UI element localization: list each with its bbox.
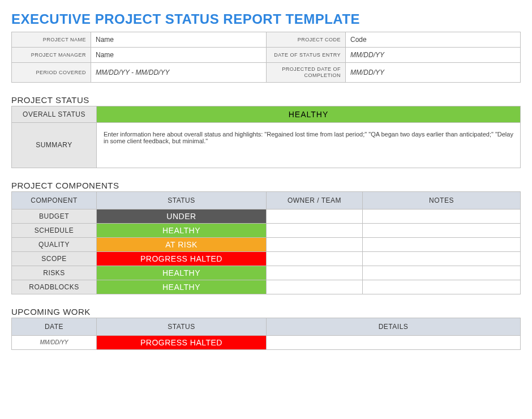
page-title: EXECUTIVE PROJECT STATUS REPORT TEMPLATE [11,11,521,27]
component-status[interactable]: UNDER [97,209,267,223]
component-status[interactable]: HEALTHY [97,280,267,294]
upcoming-details[interactable] [267,335,521,349]
project-status-heading: PROJECT STATUS [11,95,521,105]
project-status-table: OVERALL STATUS HEALTHY SUMMARY Enter inf… [11,106,521,168]
component-status[interactable]: HEALTHY [97,266,267,280]
upcoming-date[interactable]: MM/DD/YY [12,335,97,349]
project-components-heading: PROJECT COMPONENTS [11,181,521,190]
component-notes[interactable] [363,237,521,251]
project-meta-table: PROJECT NAME Name PROJECT CODE Code PROJ… [11,32,521,83]
project-name-label: PROJECT NAME [12,32,91,48]
period-covered-label: PERIOD COVERED [12,63,91,83]
project-manager-value[interactable]: Name [91,48,267,63]
table-row: BUDGETUNDER [12,209,521,223]
component-owner[interactable] [267,280,363,294]
col-status: STATUS [97,191,267,209]
project-code-label: PROJECT CODE [267,32,346,48]
table-row: RISKSHEALTHY [12,266,521,280]
table-row: SCHEDULEHEALTHY [12,223,521,237]
project-code-value[interactable]: Code [346,32,521,48]
table-row: MM/DD/YYPROGRESS HALTED [12,335,521,349]
overall-status-value[interactable]: HEALTHY [97,106,521,122]
col-date: DATE [12,318,97,335]
component-status[interactable]: PROGRESS HALTED [97,251,267,266]
summary-value[interactable]: Enter information here about overall sta… [97,122,521,168]
component-notes[interactable] [363,223,521,237]
projected-completion-label: PROJECTED DATE OF COMPLETION [267,63,346,83]
component-name: SCHEDULE [12,223,97,237]
component-name: RISKS [12,266,97,280]
period-covered-value[interactable]: MM/DD/YY - MM/DD/YY [91,63,267,83]
upcoming-work-table: DATE STATUS DETAILS MM/DD/YYPROGRESS HAL… [11,318,521,350]
project-name-value[interactable]: Name [91,32,267,48]
component-owner[interactable] [267,223,363,237]
component-notes[interactable] [363,266,521,280]
col-upcoming-status: STATUS [97,318,267,335]
upcoming-work-heading: UPCOMING WORK [11,307,521,317]
component-owner[interactable] [267,237,363,251]
component-owner[interactable] [267,266,363,280]
date-entry-value[interactable]: MM/DD/YY [346,48,521,63]
date-entry-label: DATE OF STATUS ENTRY [267,48,346,63]
col-notes: NOTES [363,191,521,209]
table-row: SCOPEPROGRESS HALTED [12,251,521,266]
component-owner[interactable] [267,209,363,223]
component-owner[interactable] [267,251,363,266]
component-status[interactable]: HEALTHY [97,223,267,237]
overall-status-label: OVERALL STATUS [12,106,97,122]
component-name: SCOPE [12,251,97,266]
component-name: BUDGET [12,209,97,223]
table-row: ROADBLOCKSHEALTHY [12,280,521,294]
col-component: COMPONENT [12,191,97,209]
component-notes[interactable] [363,209,521,223]
projected-completion-value[interactable]: MM/DD/YY [346,63,521,83]
component-name: ROADBLOCKS [12,280,97,294]
table-row: QUALITYAT RISK [12,237,521,251]
component-notes[interactable] [363,280,521,294]
component-status[interactable]: AT RISK [97,237,267,251]
project-manager-label: PROJECT MANAGER [12,48,91,63]
component-notes[interactable] [363,251,521,266]
component-name: QUALITY [12,237,97,251]
project-components-table: COMPONENT STATUS OWNER / TEAM NOTES BUDG… [11,191,521,294]
summary-label: SUMMARY [12,122,97,168]
col-owner: OWNER / TEAM [267,191,363,209]
upcoming-status[interactable]: PROGRESS HALTED [97,335,267,349]
col-details: DETAILS [267,318,521,335]
